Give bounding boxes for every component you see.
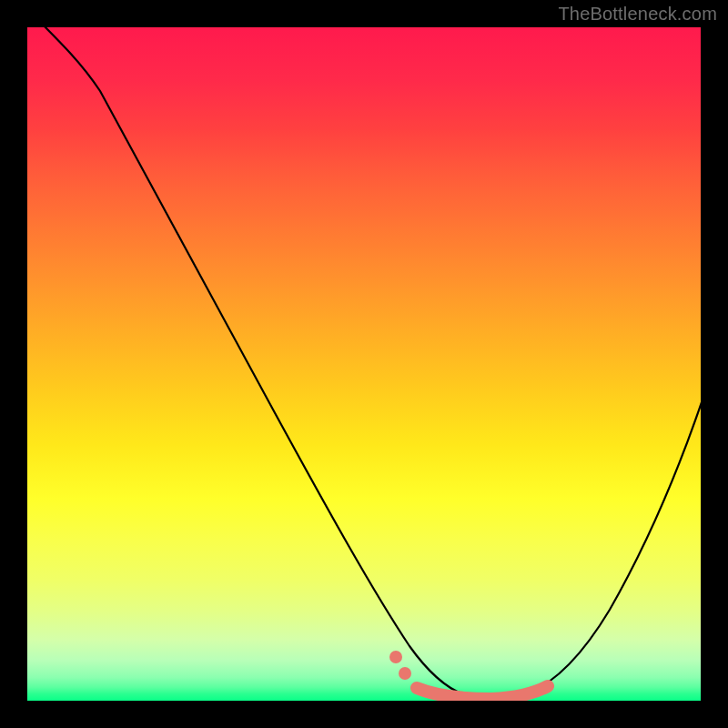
attribution-text: TheBottleneck.com: [558, 4, 717, 25]
highlight-dot-2: [399, 667, 411, 680]
highlight-dot-1: [389, 651, 402, 663]
chart-svg: [27, 27, 701, 701]
optimal-range-band: [417, 686, 548, 699]
plot-area: [27, 27, 701, 701]
bottleneck-curve: [27, 27, 701, 698]
chart-frame: TheBottleneck.com: [0, 0, 728, 728]
